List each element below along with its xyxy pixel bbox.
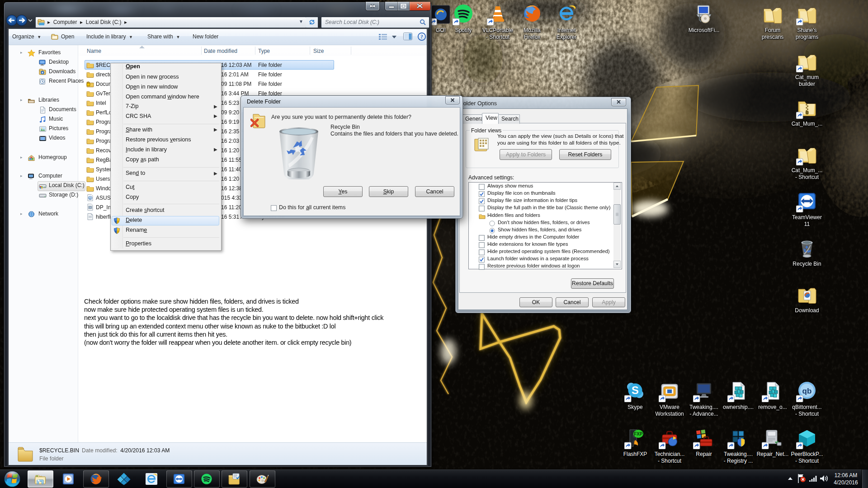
svg-text:?: ?: [420, 33, 423, 40]
svg-text:e: e: [90, 197, 91, 200]
svg-text:qb: qb: [802, 387, 812, 395]
svg-text:S: S: [632, 384, 639, 396]
svg-text:FXP: FXP: [634, 432, 643, 436]
